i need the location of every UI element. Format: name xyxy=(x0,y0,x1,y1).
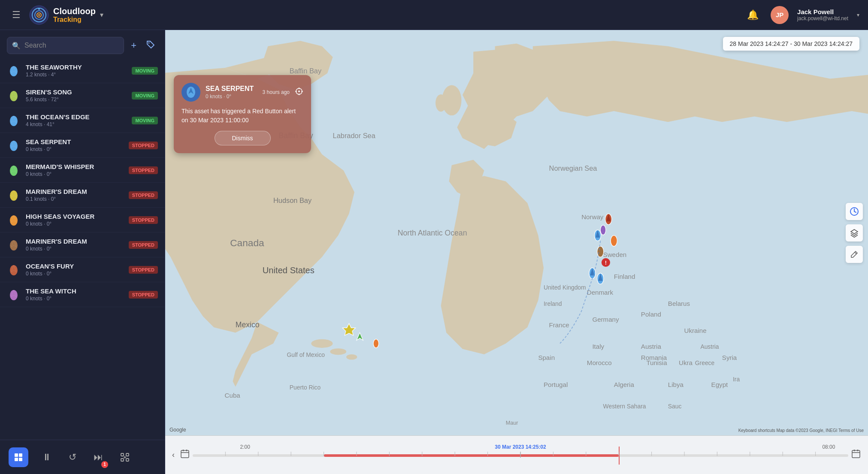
svg-text:Egypt: Egypt xyxy=(711,381,728,388)
vessel-stats: 0.1 knots · 0° xyxy=(26,196,124,202)
vessel-list-item[interactable]: HIGH SEAS VOYAGER 0 knots · 0° STOPPED xyxy=(0,208,165,232)
logo-container: Cloudloop Tracking ▾ xyxy=(29,5,103,25)
svg-rect-31 xyxy=(121,453,124,456)
svg-text:Italy: Italy xyxy=(592,343,604,350)
svg-text:Syria: Syria xyxy=(722,354,737,361)
vessel-list-item[interactable]: THE SEAWORTHY 1.2 knots · 4° MOVING xyxy=(0,58,165,83)
svg-text:Cuba: Cuba xyxy=(225,392,241,399)
vessel-name: THE SEA WITCH xyxy=(26,287,124,295)
edit-icon-button[interactable] xyxy=(846,246,863,263)
google-watermark: Google xyxy=(169,427,186,433)
refresh-button[interactable]: ↺ xyxy=(65,448,80,466)
vessel-details: SIREN'S SONG 5.6 knots · 72° xyxy=(26,88,127,103)
fit-icon xyxy=(120,453,130,462)
vessel-list-item[interactable]: THE SEA WITCH 0 knots · 0° STOPPED xyxy=(0,282,165,307)
svg-text:Hudson Bay: Hudson Bay xyxy=(273,196,312,204)
vessel-boat-icon xyxy=(7,139,20,152)
add-vessel-button[interactable]: + xyxy=(128,37,139,54)
vessel-list-item[interactable]: SIREN'S SONG 5.6 knots · 72° MOVING xyxy=(0,83,165,108)
avatar[interactable]: JP xyxy=(771,6,789,24)
svg-text:Finland: Finland xyxy=(614,273,635,280)
popup-locate-button[interactable] xyxy=(295,87,303,98)
terms-link[interactable]: Terms of Use xyxy=(838,428,864,433)
vessel-name: MARINER'S DREAM xyxy=(26,238,124,245)
svg-line-111 xyxy=(855,252,856,254)
popup-vessel-info: SEA SERPENT 0 knots · 0° xyxy=(206,85,257,100)
vessel-boat-icon xyxy=(7,189,20,202)
popup-dismiss-button[interactable]: Dismiss xyxy=(215,131,271,145)
header-chevron-icon[interactable]: ▾ xyxy=(100,11,103,19)
skip-badge: 1 xyxy=(101,461,108,468)
pause-button[interactable]: ⏸ xyxy=(39,448,55,466)
vessel-details: MARINER'S DREAM 0.1 knots · 0° xyxy=(26,188,124,202)
svg-rect-29 xyxy=(15,458,18,461)
clock-icon-button[interactable] xyxy=(846,203,863,220)
header: ☰ Cloudloop Tracking ▾ 🔔 JP Jack Powell xyxy=(0,0,868,30)
grid-icon xyxy=(14,453,23,462)
menu-button[interactable]: ☰ xyxy=(9,6,24,24)
svg-point-89 xyxy=(611,235,617,246)
layers-icon-button[interactable] xyxy=(846,224,863,242)
status-badge: STOPPED xyxy=(129,191,158,199)
svg-text:Portugal: Portugal xyxy=(544,381,568,388)
search-input[interactable] xyxy=(7,37,124,54)
user-chevron-icon[interactable]: ▾ xyxy=(857,12,859,18)
vessel-icon xyxy=(7,238,21,252)
vessel-list-item[interactable]: MERMAID'S WHISPER 0 knots · 0° STOPPED xyxy=(0,158,165,183)
svg-point-42 xyxy=(436,94,446,112)
svg-text:Ireland: Ireland xyxy=(544,300,562,307)
vessel-list-item[interactable]: MARINER'S DREAM 0 knots · 0° STOPPED xyxy=(0,232,165,257)
vessel-icon xyxy=(7,139,21,152)
edit-icon xyxy=(850,250,859,259)
grid-view-button[interactable] xyxy=(9,447,28,467)
vessel-list-item[interactable]: MARINER'S DREAM 0.1 knots · 0° STOPPED xyxy=(0,183,165,208)
popup-vessel-stats: 0 knots · 0° xyxy=(206,94,257,100)
vessel-name: HIGH SEAS VOYAGER xyxy=(26,213,124,220)
logo-text: Cloudloop Tracking xyxy=(53,6,96,24)
vessel-boat-icon xyxy=(7,214,20,226)
calendar-end-icon xyxy=(851,449,861,459)
timeline-calendar-start-button[interactable] xyxy=(177,446,193,464)
map-area[interactable]: Canada Hudson Bay United States Mexico G… xyxy=(165,30,868,474)
vessel-boat-icon xyxy=(7,164,20,177)
vessel-boat-icon xyxy=(7,89,20,102)
vessel-details: MERMAID'S WHISPER 0 knots · 0° xyxy=(26,163,124,177)
svg-text:Ira: Ira xyxy=(733,376,740,383)
vessel-icon xyxy=(7,89,21,103)
svg-rect-30 xyxy=(19,458,22,461)
svg-rect-34 xyxy=(126,459,129,461)
svg-point-99 xyxy=(373,339,379,348)
vessel-icon xyxy=(7,213,21,227)
popup-vessel-name: SEA SERPENT xyxy=(206,85,257,93)
status-badge: STOPPED xyxy=(129,142,158,149)
vessel-stats: 0 knots · 0° xyxy=(26,271,124,277)
svg-text:United States: United States xyxy=(263,266,315,275)
svg-rect-28 xyxy=(19,453,22,457)
tag-filter-button[interactable] xyxy=(143,37,158,54)
fit-view-button[interactable] xyxy=(117,449,133,465)
timeline-label-2: 2:00 xyxy=(240,444,250,450)
vessel-name: SIREN'S SONG xyxy=(26,88,127,96)
svg-point-39 xyxy=(330,348,346,355)
notification-bell-button[interactable]: 🔔 xyxy=(744,6,762,24)
svg-rect-32 xyxy=(126,453,129,456)
vessel-details: MARINER'S DREAM 0 knots · 0° xyxy=(26,238,124,252)
vessel-list-item[interactable]: SEA SERPENT 0 knots · 0° STOPPED xyxy=(0,133,165,158)
vessel-list-item[interactable]: OCEAN'S FURY 0 knots · 0° STOPPED xyxy=(0,257,165,282)
vessel-stats: 0 knots · 0° xyxy=(26,246,124,252)
vessel-list-item[interactable]: THE OCEAN'S EDGE 4 knots · 41° MOVING xyxy=(0,108,165,133)
vessel-boat-icon xyxy=(7,263,20,276)
sidebar-search-row: 🔍 + xyxy=(0,30,165,58)
timeline-calendar-end-button[interactable] xyxy=(848,446,864,464)
svg-text:United Kingdom: United Kingdom xyxy=(544,284,586,291)
clock-icon xyxy=(850,207,859,216)
keyboard-shortcuts-link[interactable]: Keyboard shortcuts xyxy=(738,428,775,433)
popup-vessel-icon xyxy=(181,83,200,102)
svg-text:Denmark: Denmark xyxy=(587,289,614,296)
calendar-start-icon xyxy=(180,449,190,459)
svg-text:Baffin Bay: Baffin Bay xyxy=(290,67,322,75)
vessel-icon xyxy=(7,163,21,177)
timeline-back-button[interactable]: ‹ xyxy=(169,448,177,462)
svg-text:Puerto Rico: Puerto Rico xyxy=(290,384,321,391)
timeline-area: ‹ 2:00 30 Mar 2023 14:25:02 08:00 xyxy=(165,435,868,474)
